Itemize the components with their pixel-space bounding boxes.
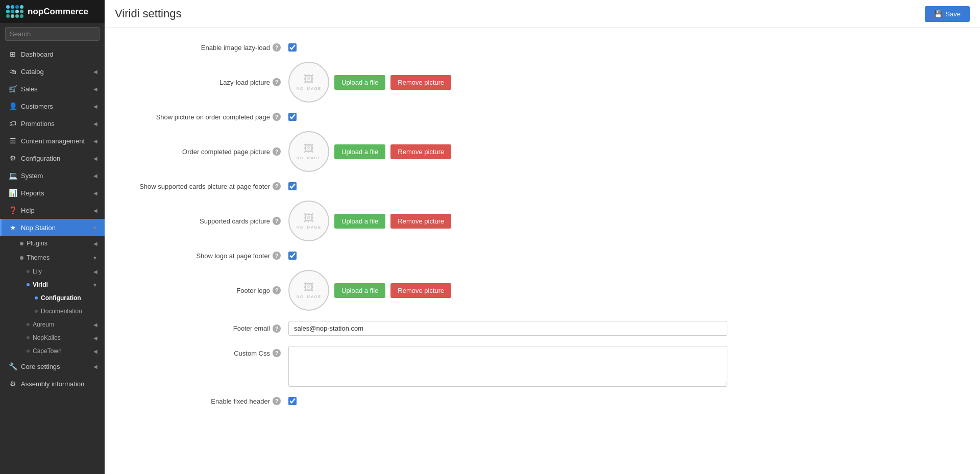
- help-icon[interactable]: ?: [273, 217, 281, 225]
- sidebar-item-customers[interactable]: 👤 Customers ◀: [0, 97, 105, 115]
- sidebar-item-label: Reports: [21, 189, 44, 197]
- dot-icon: [27, 323, 30, 326]
- promotions-icon: 🏷: [9, 119, 17, 128]
- sidebar-item-configuration[interactable]: ⚙ Configuration ◀: [0, 149, 105, 167]
- sidebar-item-viridi[interactable]: Viridi ▼: [0, 278, 105, 291]
- remove-picture-button[interactable]: Remove picture: [390, 214, 451, 229]
- sidebar-item-capetown[interactable]: CapeTown ◀: [0, 344, 105, 358]
- sidebar-item-themes[interactable]: Themes ▼: [0, 251, 105, 265]
- no-image-text: NO IMAGE: [297, 294, 321, 299]
- reports-icon: 📊: [9, 189, 17, 197]
- chevron-right-icon: ◀: [93, 335, 97, 341]
- label-text: Show logo at page footer: [196, 252, 270, 260]
- sidebar-item-lily[interactable]: Lily ◀: [0, 265, 105, 278]
- dot-icon: [27, 283, 30, 286]
- help-icon[interactable]: ?: [273, 147, 281, 156]
- field-label: Supported cards picture ?: [125, 217, 288, 225]
- sales-icon: 🛒: [9, 85, 17, 93]
- chevron-right-icon: ◀: [93, 173, 97, 179]
- field-label: Show picture on order completed page ?: [125, 113, 288, 121]
- field-show-order-pic: Show picture on order completed page ?: [125, 113, 960, 121]
- help-icon[interactable]: ?: [273, 286, 281, 294]
- help-icon[interactable]: ?: [273, 113, 281, 121]
- field-control: [288, 182, 960, 190]
- sidebar-item-label: Lily: [33, 268, 42, 275]
- upload-file-button[interactable]: Upload a file: [334, 214, 385, 229]
- show-cards-checkbox[interactable]: [288, 182, 297, 190]
- sidebar-item-label: Dashboard: [21, 51, 54, 58]
- chevron-right-icon: ◀: [93, 138, 97, 144]
- sidebar-item-plugins[interactable]: Plugins ◀: [0, 236, 105, 251]
- help-icon[interactable]: ?: [273, 43, 281, 52]
- page-title: Viridi settings: [115, 7, 181, 20]
- sidebar-item-label: Documentation: [41, 308, 82, 315]
- field-custom-css: Custom Css ?: [125, 346, 960, 387]
- help-icon[interactable]: ?: [273, 325, 281, 333]
- sidebar-item-aureum[interactable]: Aureum ◀: [0, 318, 105, 331]
- field-order-complete-picture: Order completed page picture ? 🖼 NO IMAG…: [125, 131, 960, 172]
- sidebar-item-catalog[interactable]: 🛍 Catalog ◀: [0, 63, 105, 80]
- custom-css-textarea[interactable]: [288, 346, 727, 387]
- label-text: Custom Css: [234, 350, 270, 357]
- field-control: 🖼 NO IMAGE Upload a file Remove picture: [288, 131, 960, 172]
- chevron-right-icon: ◀: [93, 69, 97, 74]
- remove-picture-button[interactable]: Remove picture: [390, 144, 451, 159]
- upload-file-button[interactable]: Upload a file: [334, 144, 385, 159]
- upload-file-button[interactable]: Upload a file: [334, 75, 385, 90]
- logo-text: nopCommerce: [28, 7, 88, 17]
- help-icon[interactable]: ?: [273, 78, 281, 86]
- field-label: Enable image lazy-load ?: [125, 43, 288, 52]
- label-text: Show picture on order completed page: [156, 113, 270, 121]
- customers-icon: 👤: [9, 102, 17, 110]
- sidebar-item-nop-station[interactable]: ★ Nop Station ▼: [0, 219, 105, 236]
- help-icon[interactable]: ?: [273, 252, 281, 260]
- save-button[interactable]: 💾 Save: [925, 6, 970, 22]
- sidebar-item-viridi-configuration[interactable]: Configuration: [0, 291, 105, 305]
- dot-icon: [27, 336, 30, 339]
- chevron-right-icon: ◀: [93, 156, 97, 161]
- remove-picture-button[interactable]: Remove picture: [390, 283, 451, 298]
- sidebar-item-nopkalles[interactable]: NopKalles ◀: [0, 331, 105, 344]
- enable-fixed-header-checkbox[interactable]: [288, 397, 297, 405]
- sidebar-item-reports[interactable]: 📊 Reports ◀: [0, 184, 105, 202]
- dot-icon: [27, 270, 30, 273]
- field-control: [288, 321, 960, 336]
- sidebar-item-dashboard[interactable]: ⊞ Dashboard: [0, 45, 105, 63]
- label-text: Enable image lazy-load: [201, 44, 270, 52]
- remove-picture-button[interactable]: Remove picture: [390, 75, 451, 90]
- help-icon[interactable]: ?: [273, 397, 281, 405]
- field-lazy-load-picture: Lazy-load picture ? 🖼 NO IMAGE Upload a …: [125, 62, 960, 103]
- help-icon[interactable]: ?: [273, 182, 281, 190]
- label-text: Supported cards picture: [200, 217, 270, 225]
- show-logo-footer-checkbox[interactable]: [288, 252, 297, 260]
- sidebar-item-help[interactable]: ❓ Help ◀: [0, 202, 105, 219]
- show-order-pic-checkbox[interactable]: [288, 113, 297, 121]
- chevron-right-icon: ◀: [93, 241, 97, 246]
- core-settings-icon: 🔧: [9, 362, 17, 370]
- enable-lazy-load-checkbox[interactable]: [288, 43, 297, 52]
- chevron-right-icon: ◀: [93, 364, 97, 369]
- image-placeholder: 🖼 NO IMAGE: [288, 62, 329, 103]
- dot-icon: [20, 242, 23, 245]
- sidebar-item-label: Themes: [27, 254, 50, 261]
- field-label: Order completed page picture ?: [125, 147, 288, 156]
- sidebar-item-content-mgmt[interactable]: ☰ Content management ◀: [0, 132, 105, 149]
- search-input[interactable]: [5, 27, 100, 41]
- sidebar-item-viridi-documentation[interactable]: Documentation: [0, 305, 105, 318]
- no-image-text: NO IMAGE: [297, 86, 321, 91]
- footer-email-input[interactable]: [288, 321, 727, 336]
- upload-file-button[interactable]: Upload a file: [334, 283, 385, 298]
- image-icon: 🖼: [304, 212, 314, 224]
- search-box[interactable]: [0, 23, 105, 45]
- field-footer-logo: Footer logo ? 🖼 NO IMAGE Upload a file R…: [125, 270, 960, 311]
- config-icon: ⚙: [9, 154, 17, 162]
- sidebar-item-sales[interactable]: 🛒 Sales ◀: [0, 80, 105, 97]
- sidebar-item-system[interactable]: 💻 System ◀: [0, 167, 105, 184]
- help-icon[interactable]: ?: [273, 349, 281, 357]
- sidebar-item-promotions[interactable]: 🏷 Promotions ◀: [0, 115, 105, 132]
- field-label: Lazy-load picture ?: [125, 78, 288, 86]
- field-show-logo-footer: Show logo at page footer ?: [125, 252, 960, 260]
- sidebar-item-core-settings[interactable]: 🔧 Core settings ◀: [0, 358, 105, 375]
- sidebar-item-assembly-info[interactable]: ⚙ Assembly information: [0, 375, 105, 392]
- chevron-right-icon: ◀: [93, 322, 97, 328]
